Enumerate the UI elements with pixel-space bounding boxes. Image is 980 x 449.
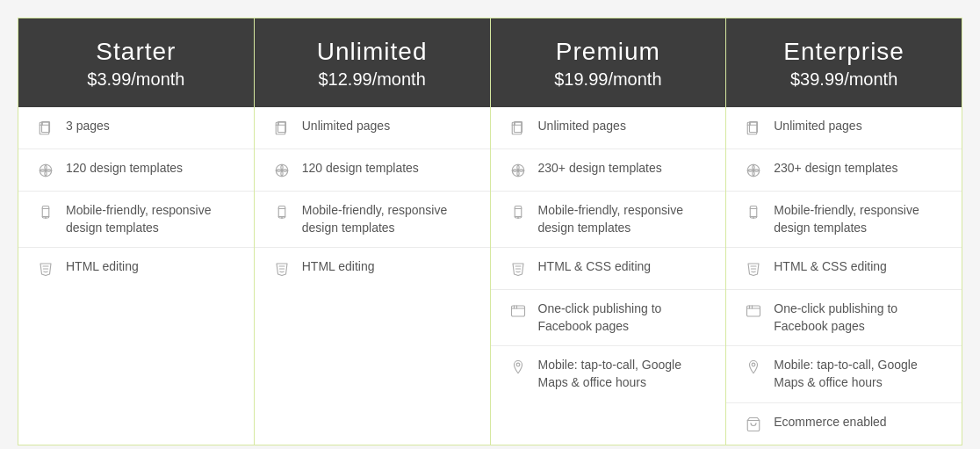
feature-item: 230+ design templates	[726, 149, 962, 192]
feature-text: 120 design templates	[66, 160, 183, 177]
pricing-table: Starter$3.99/month3 pages120 design temp…	[18, 18, 962, 445]
svg-point-26	[517, 218, 518, 219]
plan-price-unlimited: $12.99/month	[269, 69, 476, 90]
feature-item: One-click publishing to Facebook pages	[726, 290, 962, 346]
facebook-icon	[508, 301, 528, 321]
feature-text: Ecommerce enabled	[774, 414, 886, 431]
mobile-icon	[272, 203, 292, 222]
feature-item: 3 pages	[18, 107, 254, 149]
templates-icon	[508, 161, 528, 180]
feature-text: HTML editing	[66, 258, 139, 276]
svg-point-8	[46, 218, 47, 219]
plan-price-premium: $19.99/month	[505, 69, 712, 90]
feature-item: Mobile-friendly, responsive design templ…	[255, 192, 490, 248]
feature-text: 230+ design templates	[538, 160, 662, 177]
html-css-icon	[508, 259, 528, 279]
mobile-icon	[36, 203, 55, 222]
mobile-icon	[744, 203, 763, 222]
feature-text: One-click publishing to Facebook pages	[538, 301, 709, 335]
feature-text: Mobile-friendly, responsive design templ…	[66, 202, 236, 236]
svg-rect-41	[747, 306, 760, 316]
feature-text: Unlimited pages	[302, 118, 390, 135]
svg-rect-35	[750, 122, 758, 133]
feature-text: Mobile-friendly, responsive design templ…	[774, 202, 944, 236]
plan-features-unlimited: Unlimited pages120 design templatesMobil…	[255, 107, 490, 445]
facebook-icon	[744, 301, 763, 321]
feature-text: 3 pages	[66, 118, 110, 135]
svg-point-17	[281, 218, 282, 219]
feature-item: HTML editing	[18, 248, 254, 289]
plan-name-starter: Starter	[32, 38, 240, 66]
feature-item: Mobile-friendly, responsive design templ…	[726, 192, 962, 248]
svg-point-31	[516, 364, 520, 367]
feature-item: One-click publishing to Facebook pages	[491, 290, 726, 346]
templates-icon	[272, 161, 292, 180]
plan-features-enterprise: Unlimited pages230+ design templatesMobi…	[726, 107, 962, 445]
svg-point-40	[753, 218, 754, 219]
plan-features-starter: 3 pages120 design templatesMobile-friend…	[18, 107, 254, 445]
feature-text: One-click publishing to Facebook pages	[774, 301, 944, 335]
feature-text: 230+ design templates	[774, 160, 897, 177]
pages-icon	[508, 119, 528, 138]
feature-item: HTML & CSS editing	[491, 248, 726, 290]
plan-name-premium: Premium	[505, 38, 712, 66]
mobile-icon	[508, 203, 528, 222]
pages-icon	[36, 119, 55, 138]
plan-card-premium: Premium$19.99/monthUnlimited pages230+ d…	[491, 18, 727, 445]
plan-header-enterprise: Enterprise$39.99/month	[726, 18, 962, 107]
feature-item: Unlimited pages	[726, 107, 962, 149]
ecommerce-icon	[744, 415, 763, 434]
feature-item: 120 design templates	[255, 149, 490, 192]
feature-text: Mobile-friendly, responsive design templ…	[538, 202, 709, 236]
plan-price-starter: $3.99/month	[32, 69, 240, 90]
feature-item: Mobile: tap-to-call, Google Maps & offic…	[491, 346, 726, 402]
feature-text: HTML editing	[302, 258, 375, 276]
feature-text: Unlimited pages	[774, 118, 861, 135]
svg-rect-12	[277, 122, 285, 133]
plan-features-premium: Unlimited pages230+ design templatesMobi…	[491, 107, 726, 445]
plan-price-enterprise: $39.99/month	[740, 69, 948, 90]
feature-item: Mobile: tap-to-call, Google Maps & offic…	[726, 346, 962, 402]
pages-icon	[744, 119, 763, 138]
feature-text: Mobile: tap-to-call, Google Maps & offic…	[538, 357, 709, 391]
svg-rect-3	[42, 122, 50, 133]
plan-card-starter: Starter$3.99/month3 pages120 design temp…	[18, 18, 255, 445]
feature-text: Mobile-friendly, responsive design templ…	[302, 202, 472, 236]
plan-card-unlimited: Unlimited$12.99/monthUnlimited pages120 …	[255, 18, 491, 445]
svg-rect-27	[511, 306, 524, 316]
plan-header-unlimited: Unlimited$12.99/month	[255, 18, 490, 107]
html-icon	[272, 259, 292, 279]
html-icon	[36, 259, 55, 279]
pages-icon	[272, 119, 292, 138]
svg-point-45	[752, 364, 755, 367]
feature-item: Unlimited pages	[491, 107, 726, 149]
feature-text: HTML & CSS editing	[538, 258, 652, 276]
feature-text: Unlimited pages	[538, 118, 626, 135]
svg-rect-21	[514, 122, 522, 133]
location-icon	[744, 358, 763, 377]
plan-header-starter: Starter$3.99/month	[18, 18, 254, 107]
templates-icon	[36, 161, 55, 180]
location-icon	[508, 358, 528, 377]
feature-item: Unlimited pages	[255, 107, 490, 149]
feature-item: Mobile-friendly, responsive design templ…	[491, 192, 726, 248]
templates-icon	[744, 161, 763, 180]
feature-item: HTML & CSS editing	[726, 248, 962, 290]
feature-item: Mobile-friendly, responsive design templ…	[18, 192, 254, 248]
html-css-icon	[744, 259, 763, 279]
feature-item: 230+ design templates	[491, 149, 726, 192]
feature-item: 120 design templates	[18, 149, 254, 192]
plan-name-unlimited: Unlimited	[269, 38, 476, 66]
plan-card-enterprise: Enterprise$39.99/monthUnlimited pages230…	[726, 18, 962, 445]
feature-text: HTML & CSS editing	[774, 258, 887, 276]
feature-item: Ecommerce enabled	[726, 403, 962, 445]
feature-item: HTML editing	[255, 248, 490, 289]
feature-text: 120 design templates	[302, 160, 419, 177]
feature-text: Mobile: tap-to-call, Google Maps & offic…	[774, 357, 944, 391]
plan-header-premium: Premium$19.99/month	[491, 18, 726, 107]
plan-name-enterprise: Enterprise	[740, 38, 948, 66]
